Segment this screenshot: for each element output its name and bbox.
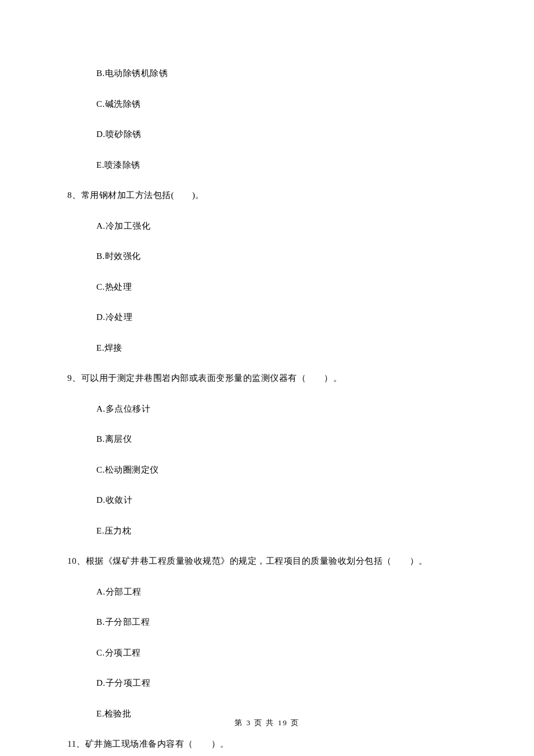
- q9-option-d: D.收敛计: [96, 494, 467, 507]
- q8-option-a: A.冷加工强化: [96, 219, 467, 233]
- q11-stem: 11、矿井施工现场准备内容有（ ）。: [67, 737, 467, 751]
- q9-option-e: E.压力枕: [96, 524, 467, 538]
- q8-option-c: C.热处理: [96, 280, 467, 294]
- q10-option-b: B.子分部工程: [96, 615, 467, 629]
- q9-stem: 9、可以用于测定井巷围岩内部或表面变形量的监测仪器有（ ）。: [67, 372, 467, 385]
- q10-option-c: C.分项工程: [96, 646, 467, 660]
- q8-option-d: D.冷处理: [96, 311, 467, 324]
- page-content: B.电动除锈机除锈 C.碱洗除锈 D.喷砂除锈 E.喷漆除锈 8、常用钢材加工方…: [0, 0, 534, 756]
- q7-option-c: C.碱洗除锈: [96, 98, 467, 111]
- q10-stem: 10、根据《煤矿井巷工程质量验收规范》的规定，工程项目的质量验收划分包括（ ）。: [67, 555, 467, 568]
- q9-option-a: A.多点位移计: [96, 402, 467, 416]
- page-footer: 第 3 页 共 19 页: [0, 718, 534, 728]
- q9-option-b: B.离层仪: [96, 433, 467, 446]
- q7-option-b: B.电动除锈机除锈: [96, 67, 467, 80]
- q10-option-a: A.分部工程: [96, 585, 467, 599]
- q8-stem: 8、常用钢材加工方法包括( )。: [67, 189, 467, 202]
- q9-option-c: C.松动圈测定仪: [96, 463, 467, 477]
- q10-option-d: D.子分项工程: [96, 676, 467, 690]
- q8-option-e: E.焊接: [96, 341, 467, 355]
- q8-option-b: B.时效强化: [96, 250, 467, 263]
- q7-option-e: E.喷漆除锈: [96, 159, 467, 172]
- q7-option-d: D.喷砂除锈: [96, 128, 467, 141]
